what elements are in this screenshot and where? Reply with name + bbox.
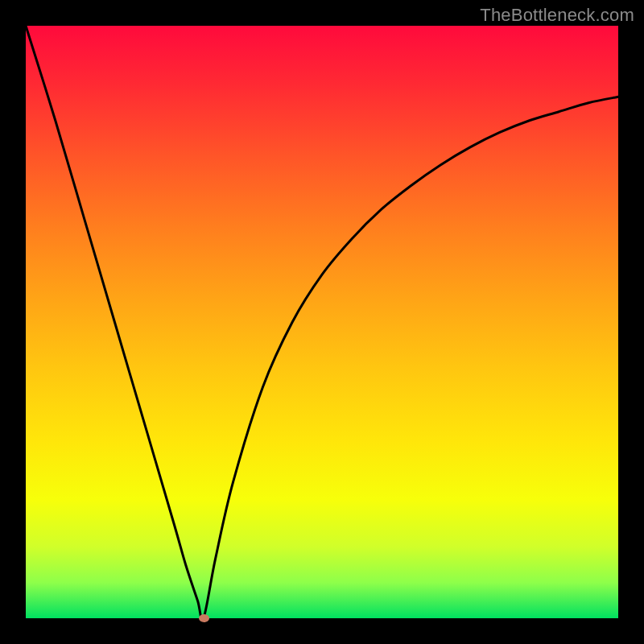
minimum-marker — [199, 614, 209, 622]
bottleneck-curve — [26, 26, 618, 620]
curve-svg — [26, 26, 618, 618]
watermark-text: TheBottleneck.com — [480, 5, 634, 26]
plot-area — [26, 26, 618, 618]
chart-outer-frame: TheBottleneck.com — [0, 0, 644, 644]
